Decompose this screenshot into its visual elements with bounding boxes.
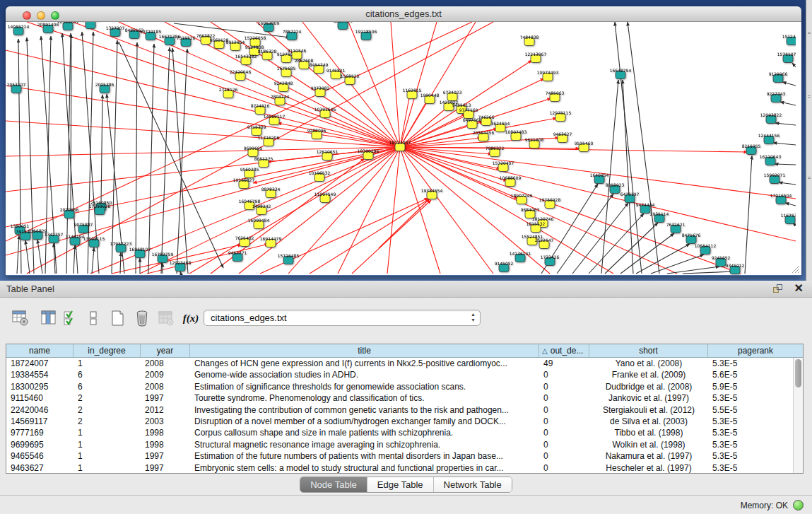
black-citation-edge[interactable] bbox=[589, 214, 644, 274]
teal-graph-node[interactable]: 1167533 bbox=[781, 213, 796, 224]
cell-out_de[interactable]: 0 bbox=[539, 427, 589, 438]
cell-title[interactable]: Structural magnetic resonance image aver… bbox=[190, 439, 539, 450]
black-citation-edge[interactable] bbox=[628, 22, 659, 274]
yellow-graph-node[interactable]: 9242848 bbox=[274, 81, 293, 92]
yellow-graph-node[interactable]: 8186328 bbox=[258, 49, 277, 60]
teal-graph-node[interactable]: 2053107 bbox=[7, 82, 26, 93]
cell-pagerank[interactable]: 5.3E-5 bbox=[708, 427, 793, 438]
teal-graph-node[interactable]: 15716485 bbox=[278, 253, 300, 264]
yellow-graph-node[interactable]: 9288096 bbox=[307, 128, 326, 139]
table-row[interactable]: 1938455462009Genome-wide association stu… bbox=[6, 369, 793, 380]
black-citation-edge[interactable] bbox=[92, 247, 94, 274]
table-row[interactable]: 1872400712008Changes of HCN gene express… bbox=[6, 358, 793, 369]
cell-title[interactable]: Investigating the contribution of common… bbox=[190, 404, 539, 416]
teal-graph-node[interactable]: 7857224 bbox=[283, 29, 302, 40]
yellow-graph-node[interactable]: 10196532 bbox=[309, 170, 331, 182]
cell-pagerank[interactable]: 5.3E-5 bbox=[708, 462, 793, 473]
teal-graph-node[interactable]: 1733426 bbox=[541, 255, 560, 266]
cell-out_de[interactable]: 0 bbox=[539, 450, 589, 462]
cell-in_degree[interactable]: 2 bbox=[73, 404, 141, 416]
cell-name[interactable]: 9465546 bbox=[6, 450, 73, 462]
yellow-graph-node[interactable]: 10973493 bbox=[537, 70, 559, 81]
table-selector-dropdown[interactable]: citations_edges.txt ▲▼ bbox=[204, 310, 481, 326]
cell-year[interactable]: 2008 bbox=[141, 358, 190, 369]
cell-short[interactable]: Franke et al. (2009) bbox=[589, 369, 708, 380]
teal-graph-node[interactable]: 10853287 bbox=[80, 22, 102, 29]
cell-short[interactable]: Hescheler et al. (1997) bbox=[589, 462, 708, 473]
cell-pagerank[interactable]: 5.3E-5 bbox=[708, 416, 793, 427]
cell-year[interactable]: 1998 bbox=[141, 427, 190, 438]
cell-pagerank[interactable]: 5.3E-5 bbox=[708, 392, 793, 404]
teal-graph-node[interactable]: 8215955 bbox=[742, 144, 761, 155]
yellow-graph-node[interactable]: 16543382 bbox=[235, 54, 257, 65]
yellow-graph-node[interactable]: 2718126 bbox=[219, 87, 238, 98]
scrollbar-thumb[interactable] bbox=[795, 359, 801, 387]
table-row[interactable]: 911546021997Tourette syndrome. Phenomeno… bbox=[6, 392, 793, 404]
cell-title[interactable]: Changes of HCN gene expression and I(f) … bbox=[190, 358, 539, 369]
cell-name[interactable]: 19384554 bbox=[6, 369, 73, 380]
black-citation-edge[interactable] bbox=[71, 35, 71, 211]
cell-in_degree[interactable]: 1 bbox=[73, 450, 141, 462]
table-body[interactable]: 1872400712008Changes of HCN gene express… bbox=[6, 358, 793, 473]
function-builder-icon[interactable]: f(x) bbox=[180, 308, 201, 329]
network-window-titlebar[interactable]: citations_edges.txt bbox=[6, 6, 801, 22]
network-canvas[interactable]: 1405571420891406105532871085328713279078… bbox=[6, 22, 801, 275]
black-citation-edge[interactable] bbox=[785, 203, 796, 206]
cell-name[interactable]: 9699695 bbox=[6, 439, 73, 450]
cell-short[interactable]: Stergiakouli et al. (2012) bbox=[589, 404, 708, 416]
teal-graph-node[interactable]: 7515526 bbox=[177, 35, 196, 47]
black-citation-edge[interactable] bbox=[112, 40, 117, 274]
cell-in_degree[interactable]: 1 bbox=[73, 462, 141, 473]
cell-name[interactable]: 22420046 bbox=[6, 404, 73, 416]
tab-edge-table[interactable]: Edge Table bbox=[367, 477, 434, 492]
yellow-graph-node[interactable]: 19166827 bbox=[233, 177, 255, 189]
black-citation-edge[interactable] bbox=[73, 245, 75, 274]
yellow-graph-node[interactable]: 1498242 bbox=[252, 204, 271, 215]
new-table-icon[interactable] bbox=[107, 308, 129, 329]
black-citation-edge[interactable] bbox=[25, 240, 30, 274]
black-citation-edge[interactable] bbox=[148, 44, 154, 274]
clear-selection-icon[interactable] bbox=[83, 308, 105, 329]
teal-graph-node[interactable]: 15751074 bbox=[777, 52, 796, 63]
yellow-graph-node[interactable]: 7986322 bbox=[486, 146, 505, 157]
black-citation-edge[interactable] bbox=[615, 22, 642, 274]
cell-title[interactable]: Embryonic stem cells: a model to study s… bbox=[190, 462, 539, 473]
teal-graph-node[interactable]: 1342757 bbox=[45, 232, 64, 243]
cell-in_degree[interactable]: 6 bbox=[73, 369, 141, 380]
teal-graph-node[interactable]: 19218506 bbox=[355, 29, 377, 40]
teal-graph-node[interactable]: 17016504 bbox=[770, 193, 792, 204]
cell-name[interactable]: 9777169 bbox=[6, 427, 73, 438]
cell-out_de[interactable]: 0 bbox=[539, 416, 589, 427]
yellow-graph-node[interactable]: 1675685 bbox=[277, 66, 296, 77]
black-citation-edge[interactable] bbox=[745, 156, 752, 274]
yellow-graph-node[interactable]: 12975115 bbox=[550, 110, 572, 122]
cell-out_de[interactable]: 0 bbox=[539, 439, 589, 450]
cell-pagerank[interactable]: 5.9E-5 bbox=[708, 381, 793, 392]
cell-title[interactable]: Estimation of the future numbers of pati… bbox=[190, 450, 539, 462]
yellow-graph-node[interactable]: 20364456 bbox=[473, 130, 495, 141]
red-citation-edge[interactable] bbox=[6, 147, 400, 255]
cell-title[interactable]: Estimation of significance thresholds fo… bbox=[190, 381, 539, 392]
teal-graph-node[interactable]: 1327907 bbox=[106, 25, 125, 37]
table-row[interactable]: 969969511998Structural magnetic resonanc… bbox=[6, 439, 793, 450]
teal-graph-node[interactable]: 12093822 bbox=[760, 112, 782, 124]
cell-in_degree[interactable]: 1 bbox=[73, 439, 141, 450]
cell-out_de[interactable]: 49 bbox=[539, 358, 589, 369]
black-citation-edge[interactable] bbox=[782, 82, 796, 86]
red-citation-edge[interactable] bbox=[352, 200, 431, 274]
teal-graph-node[interactable]: 1512406 bbox=[782, 34, 796, 45]
cell-name[interactable]: 18724007 bbox=[6, 358, 73, 369]
delete-table-icon[interactable] bbox=[131, 308, 153, 329]
table-row[interactable]: 946554611997Estimation of the future num… bbox=[6, 450, 793, 462]
teal-graph-node[interactable]: 16210643 bbox=[760, 154, 782, 165]
yellow-graph-node[interactable]: 12213967 bbox=[525, 52, 547, 63]
cell-pagerank[interactable]: 5.3E-5 bbox=[708, 358, 793, 369]
black-citation-edge[interactable] bbox=[136, 42, 137, 274]
tab-node-table[interactable]: Node Table bbox=[300, 477, 367, 492]
select-columns-icon[interactable] bbox=[38, 308, 59, 329]
black-citation-edge[interactable] bbox=[773, 143, 796, 145]
cell-out_de[interactable]: 0 bbox=[539, 462, 589, 473]
float-window-icon[interactable] bbox=[773, 284, 784, 294]
yellow-graph-node[interactable]: 2522547 bbox=[535, 238, 554, 249]
yellow-graph-node[interactable]: 8454749 bbox=[310, 62, 329, 74]
